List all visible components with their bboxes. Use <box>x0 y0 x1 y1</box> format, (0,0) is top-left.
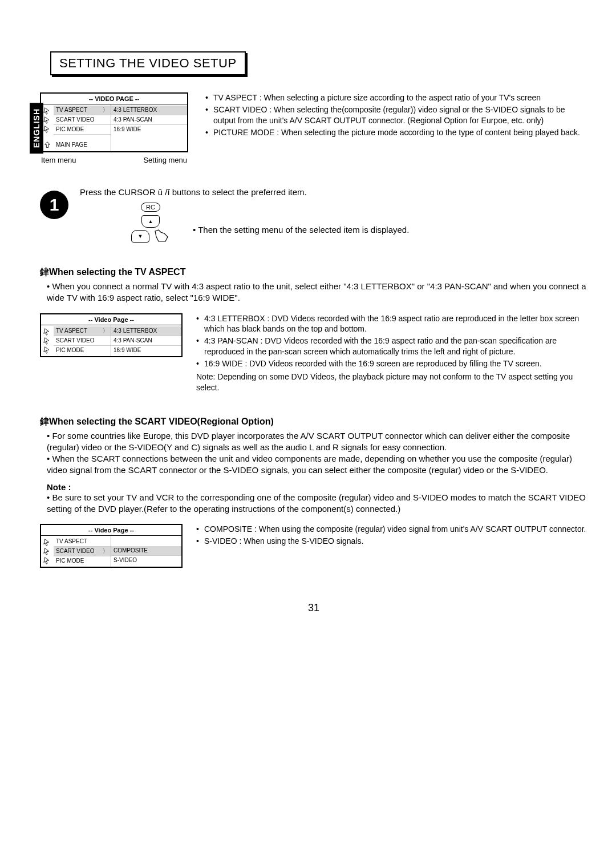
menu-icons <box>41 536 54 567</box>
term: COMPOSITE : <box>204 524 259 534</box>
remote-control-diagram: RC ▲ ▼ <box>131 201 170 244</box>
return-icon <box>43 141 51 149</box>
pointer-icon <box>43 125 51 133</box>
menu-option: 16:9 WIDE <box>111 125 187 134</box>
scart-para-2: • When the SCART connections between the… <box>47 453 587 476</box>
hand-press-icon <box>153 229 170 244</box>
menu-left-col: TV ASPECT SCART VIDEO〉 PIC MODE <box>54 536 111 567</box>
tv-aspect-note: Note: Depending on some DVD Videos, the … <box>196 371 587 393</box>
caption-left: Item menu <box>41 156 76 164</box>
menu-item: TV ASPECT〉 <box>54 106 111 115</box>
scart-paras: • For some countries like Europe, this D… <box>40 430 587 476</box>
top-definitions: •TV ASPECT : When selecting a picture si… <box>205 92 587 139</box>
term: TV ASPECT : <box>213 93 264 102</box>
menu-captions: Item menu Setting menu <box>40 156 188 164</box>
menu-item: SCART VIDEO〉 <box>54 547 111 556</box>
pointer-icon <box>43 116 51 124</box>
menu-header: -- Video Page -- <box>41 314 181 325</box>
definition: When using the composite (regular) video… <box>259 524 586 534</box>
pointer-icon <box>43 547 51 555</box>
step-instruction: Press the CURSOR ū /ĭ buttons to select … <box>80 187 587 197</box>
term: SCART VIDEO : <box>213 105 274 114</box>
scart-row: -- Video Page -- TV ASPECT SCART VIDEO〉 … <box>40 524 587 568</box>
menu-option: COMPOSITE <box>111 546 181 556</box>
section-title: SETTING THE VIDEO SETUP <box>50 51 246 75</box>
chevron-right-icon: 〉 <box>103 106 108 114</box>
menu-item: TV ASPECT〉 <box>54 326 111 336</box>
menu-option: S-VIDEO <box>111 556 181 565</box>
chevron-right-icon: 〉 <box>103 547 108 555</box>
menu-option: 4:3 PAN-SCAN <box>111 115 187 125</box>
scart-para-1: • For some countries like Europe, this D… <box>47 430 587 454</box>
definition: DVD Videos recorded with the 16:9 screen… <box>249 359 541 368</box>
chevron-right-icon: 〉 <box>103 327 108 335</box>
pointer-icon <box>43 556 51 564</box>
menu-option: 16:9 WIDE <box>111 346 181 355</box>
cursor-up-button-icon: ▲ <box>141 215 160 228</box>
scart-heading: 銉When selecting the SCART VIDEO(Regional… <box>40 416 587 428</box>
cursor-down-button-icon: ▼ <box>131 230 149 243</box>
pointer-icon <box>43 538 51 546</box>
tv-aspect-para: • When you connect a normal TV with 4:3 … <box>40 281 587 304</box>
video-page-menu-3: -- Video Page -- TV ASPECT SCART VIDEO〉 … <box>40 524 183 568</box>
step-result: • Then the setting menu of the selected … <box>193 225 409 235</box>
step-1: 1 Press the CURSOR ū /ĭ buttons to selec… <box>40 187 587 244</box>
tv-aspect-row: -- Video Page -- TV ASPECT〉 SCART VIDEO … <box>40 313 587 393</box>
pointer-icon <box>43 328 51 336</box>
video-page-menu-1: -- VIDEO PAGE -- TV ASPECT〉 SCART VIDEO … <box>40 92 188 152</box>
step-number-badge: 1 <box>40 191 68 219</box>
term: PICTURE MODE : <box>213 128 281 137</box>
language-tab: ENGLISH <box>30 103 43 154</box>
menu-option: 4:3 PAN-SCAN <box>111 336 181 346</box>
term: 4:3 LETTERBOX : <box>204 314 271 323</box>
caption-right: Setting menu <box>143 156 187 164</box>
note-label: Note : <box>40 482 587 492</box>
menu-item: TV ASPECT <box>54 537 111 547</box>
menu-option: 4:3 LETTERBOX <box>111 106 187 115</box>
document-page: ENGLISH SETTING THE VIDEO SETUP -- VIDEO… <box>0 0 616 631</box>
menu-option <box>111 537 181 546</box>
rc-label: RC <box>141 203 160 212</box>
menu-item: SCART VIDEO <box>54 115 111 125</box>
menu-item: PIC MODE <box>54 556 111 566</box>
tv-aspect-bullets: •4:3 LETTERBOX : DVD Videos recorded wit… <box>196 313 587 393</box>
menu-right-col: COMPOSITE S-VIDEO <box>111 536 181 567</box>
definition: When selecting a picture size according … <box>264 93 541 102</box>
term: S-VIDEO : <box>204 536 244 546</box>
definition: When selecting the picture mode accordin… <box>281 128 580 137</box>
pointer-icon <box>43 107 51 115</box>
term: 16:9 WIDE : <box>204 359 249 368</box>
video-page-menu-2: -- Video Page -- TV ASPECT〉 SCART VIDEO … <box>40 313 183 357</box>
pointer-icon <box>43 346 51 354</box>
menu-right-col: 4:3 LETTERBOX 4:3 PAN-SCAN 16:9 WIDE <box>111 325 181 356</box>
scart-note: • Be sure to set your TV and VCR to the … <box>40 492 587 515</box>
term: 4:3 PAN-SCAN : <box>204 336 265 345</box>
definition: When using the S-VIDEO signals. <box>244 536 363 546</box>
top-row: -- VIDEO PAGE -- TV ASPECT〉 SCART VIDEO … <box>40 92 587 164</box>
menu-item: SCART VIDEO <box>54 336 111 346</box>
menu-item: PIC MODE <box>54 346 111 355</box>
scart-bullets: •COMPOSITE : When using the composite (r… <box>196 524 587 548</box>
menu-left-col: TV ASPECT〉 SCART VIDEO PIC MODE MAIN PAG… <box>54 104 111 151</box>
tv-aspect-heading: 銉When selecting the TV ASPECT <box>40 266 587 278</box>
menu-item: PIC MODE <box>54 125 111 135</box>
menu-wrapper-1: -- VIDEO PAGE -- TV ASPECT〉 SCART VIDEO … <box>40 92 188 164</box>
menu-left-col: TV ASPECT〉 SCART VIDEO PIC MODE <box>54 325 111 356</box>
pointer-icon <box>43 337 51 345</box>
menu-item: MAIN PAGE <box>54 140 111 150</box>
menu-header: -- Video Page -- <box>41 525 181 536</box>
menu-right-col: 4:3 LETTERBOX 4:3 PAN-SCAN 16:9 WIDE <box>111 104 187 151</box>
menu-icons <box>41 325 54 356</box>
menu-header: -- VIDEO PAGE -- <box>41 94 187 104</box>
page-number: 31 <box>40 602 587 614</box>
menu-option: 4:3 LETTERBOX <box>111 326 181 336</box>
